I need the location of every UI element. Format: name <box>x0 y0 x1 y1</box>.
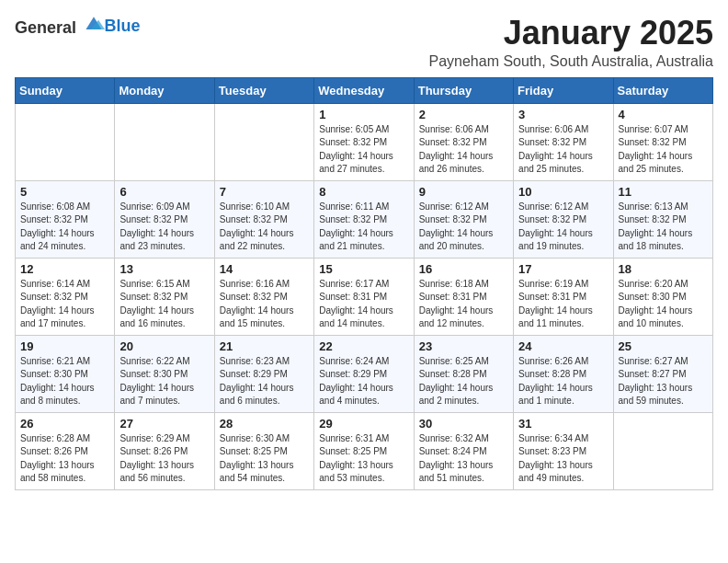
day-detail: Sunrise: 6:06 AM Sunset: 8:32 PM Dayligh… <box>419 123 508 177</box>
day-number: 6 <box>119 185 209 199</box>
day-number: 18 <box>619 262 708 276</box>
weekday-header: Saturday <box>613 77 712 103</box>
day-detail: Sunrise: 6:26 AM Sunset: 8:28 PM Dayligh… <box>518 355 608 408</box>
calendar-week-row: 12Sunrise: 6:14 AM Sunset: 8:32 PM Dayli… <box>16 258 713 335</box>
day-detail: Sunrise: 6:31 AM Sunset: 8:25 PM Dayligh… <box>319 432 408 486</box>
calendar-cell <box>214 103 313 180</box>
day-detail: Sunrise: 6:17 AM Sunset: 8:31 PM Dayligh… <box>319 278 408 331</box>
day-number: 19 <box>20 339 109 353</box>
day-detail: Sunrise: 6:22 AM Sunset: 8:30 PM Dayligh… <box>119 355 209 408</box>
logo-icon <box>83 15 105 33</box>
day-detail: Sunrise: 6:19 AM Sunset: 8:31 PM Dayligh… <box>518 278 608 331</box>
day-detail: Sunrise: 6:27 AM Sunset: 8:27 PM Dayligh… <box>619 355 708 408</box>
calendar-week-row: 1Sunrise: 6:05 AM Sunset: 8:32 PM Daylig… <box>16 103 713 180</box>
day-detail: Sunrise: 6:34 AM Sunset: 8:23 PM Dayligh… <box>518 432 608 486</box>
day-number: 16 <box>419 262 508 276</box>
day-number: 9 <box>419 185 508 199</box>
day-number: 7 <box>220 185 309 199</box>
calendar-cell: 20Sunrise: 6:22 AM Sunset: 8:30 PM Dayli… <box>115 335 214 412</box>
day-detail: Sunrise: 6:11 AM Sunset: 8:32 PM Dayligh… <box>319 201 408 254</box>
day-number: 28 <box>220 417 309 431</box>
day-number: 2 <box>419 108 508 121</box>
day-number: 26 <box>20 417 109 431</box>
calendar-cell: 8Sunrise: 6:11 AM Sunset: 8:32 PM Daylig… <box>314 180 414 258</box>
calendar-cell: 22Sunrise: 6:24 AM Sunset: 8:29 PM Dayli… <box>314 335 414 412</box>
day-number: 14 <box>220 262 309 276</box>
day-detail: Sunrise: 6:14 AM Sunset: 8:32 PM Dayligh… <box>20 278 109 331</box>
weekday-header: Sunday <box>16 77 115 103</box>
day-detail: Sunrise: 6:07 AM Sunset: 8:32 PM Dayligh… <box>619 123 708 177</box>
calendar-week-row: 19Sunrise: 6:21 AM Sunset: 8:30 PM Dayli… <box>16 335 713 412</box>
day-number: 12 <box>20 262 109 276</box>
day-number: 3 <box>518 108 608 121</box>
page-header: General Blue January 2025 Payneham South… <box>15 15 713 70</box>
weekday-header-row: SundayMondayTuesdayWednesdayThursdayFrid… <box>16 77 713 103</box>
calendar-cell: 19Sunrise: 6:21 AM Sunset: 8:30 PM Dayli… <box>16 335 115 412</box>
day-detail: Sunrise: 6:18 AM Sunset: 8:31 PM Dayligh… <box>419 278 508 331</box>
calendar-cell: 10Sunrise: 6:12 AM Sunset: 8:32 PM Dayli… <box>514 180 613 258</box>
calendar-cell: 11Sunrise: 6:13 AM Sunset: 8:32 PM Dayli… <box>613 180 712 258</box>
calendar-cell <box>613 412 712 489</box>
calendar-cell: 18Sunrise: 6:20 AM Sunset: 8:30 PM Dayli… <box>613 258 712 335</box>
day-number: 29 <box>319 417 408 431</box>
day-number: 20 <box>119 339 209 353</box>
day-detail: Sunrise: 6:25 AM Sunset: 8:28 PM Dayligh… <box>419 355 508 408</box>
calendar-table: SundayMondayTuesdayWednesdayThursdayFrid… <box>15 77 713 490</box>
calendar-cell: 13Sunrise: 6:15 AM Sunset: 8:32 PM Dayli… <box>115 258 214 335</box>
title-block: January 2025 Payneham South, South Austr… <box>428 15 713 70</box>
day-number: 25 <box>619 339 708 353</box>
calendar-cell: 26Sunrise: 6:28 AM Sunset: 8:26 PM Dayli… <box>16 412 115 489</box>
calendar-cell <box>16 103 115 180</box>
calendar-cell: 3Sunrise: 6:06 AM Sunset: 8:32 PM Daylig… <box>514 103 613 180</box>
day-detail: Sunrise: 6:23 AM Sunset: 8:29 PM Dayligh… <box>220 355 309 408</box>
logo-general: General <box>15 18 76 37</box>
day-detail: Sunrise: 6:12 AM Sunset: 8:32 PM Dayligh… <box>518 201 608 254</box>
day-number: 27 <box>119 417 209 431</box>
day-detail: Sunrise: 6:09 AM Sunset: 8:32 PM Dayligh… <box>119 201 209 254</box>
weekday-header: Thursday <box>414 77 513 103</box>
weekday-header: Friday <box>514 77 613 103</box>
day-number: 22 <box>319 339 408 353</box>
day-detail: Sunrise: 6:30 AM Sunset: 8:25 PM Dayligh… <box>220 432 309 486</box>
day-number: 30 <box>419 417 508 431</box>
calendar-cell: 9Sunrise: 6:12 AM Sunset: 8:32 PM Daylig… <box>414 180 513 258</box>
weekday-header: Tuesday <box>214 77 313 103</box>
day-detail: Sunrise: 6:15 AM Sunset: 8:32 PM Dayligh… <box>119 278 209 331</box>
calendar-cell: 30Sunrise: 6:32 AM Sunset: 8:24 PM Dayli… <box>414 412 513 489</box>
day-number: 5 <box>20 185 109 199</box>
day-number: 15 <box>319 262 408 276</box>
day-number: 8 <box>319 185 408 199</box>
day-detail: Sunrise: 6:16 AM Sunset: 8:32 PM Dayligh… <box>220 278 309 331</box>
calendar-cell: 2Sunrise: 6:06 AM Sunset: 8:32 PM Daylig… <box>414 103 513 180</box>
day-number: 4 <box>619 108 708 121</box>
day-number: 13 <box>119 262 209 276</box>
day-detail: Sunrise: 6:06 AM Sunset: 8:32 PM Dayligh… <box>518 123 608 177</box>
calendar-cell: 4Sunrise: 6:07 AM Sunset: 8:32 PM Daylig… <box>613 103 712 180</box>
weekday-header: Wednesday <box>314 77 414 103</box>
day-detail: Sunrise: 6:13 AM Sunset: 8:32 PM Dayligh… <box>619 201 708 254</box>
calendar-cell: 23Sunrise: 6:25 AM Sunset: 8:28 PM Dayli… <box>414 335 513 412</box>
day-detail: Sunrise: 6:28 AM Sunset: 8:26 PM Dayligh… <box>20 432 109 486</box>
day-number: 17 <box>518 262 608 276</box>
logo: General Blue <box>15 15 141 38</box>
calendar-cell: 14Sunrise: 6:16 AM Sunset: 8:32 PM Dayli… <box>214 258 313 335</box>
logo-blue: Blue <box>105 17 141 35</box>
day-number: 23 <box>419 339 508 353</box>
calendar-cell: 25Sunrise: 6:27 AM Sunset: 8:27 PM Dayli… <box>613 335 712 412</box>
day-detail: Sunrise: 6:12 AM Sunset: 8:32 PM Dayligh… <box>419 201 508 254</box>
calendar-week-row: 5Sunrise: 6:08 AM Sunset: 8:32 PM Daylig… <box>16 180 713 258</box>
calendar-cell <box>115 103 214 180</box>
day-detail: Sunrise: 6:05 AM Sunset: 8:32 PM Dayligh… <box>319 123 408 177</box>
calendar-week-row: 26Sunrise: 6:28 AM Sunset: 8:26 PM Dayli… <box>16 412 713 489</box>
day-number: 10 <box>518 185 608 199</box>
day-detail: Sunrise: 6:29 AM Sunset: 8:26 PM Dayligh… <box>119 432 209 486</box>
calendar-cell: 28Sunrise: 6:30 AM Sunset: 8:25 PM Dayli… <box>214 412 313 489</box>
day-number: 24 <box>518 339 608 353</box>
day-detail: Sunrise: 6:32 AM Sunset: 8:24 PM Dayligh… <box>419 432 508 486</box>
weekday-header: Monday <box>115 77 214 103</box>
calendar-cell: 1Sunrise: 6:05 AM Sunset: 8:32 PM Daylig… <box>314 103 414 180</box>
calendar-cell: 29Sunrise: 6:31 AM Sunset: 8:25 PM Dayli… <box>314 412 414 489</box>
day-detail: Sunrise: 6:20 AM Sunset: 8:30 PM Dayligh… <box>619 278 708 331</box>
day-number: 21 <box>220 339 309 353</box>
day-detail: Sunrise: 6:24 AM Sunset: 8:29 PM Dayligh… <box>319 355 408 408</box>
